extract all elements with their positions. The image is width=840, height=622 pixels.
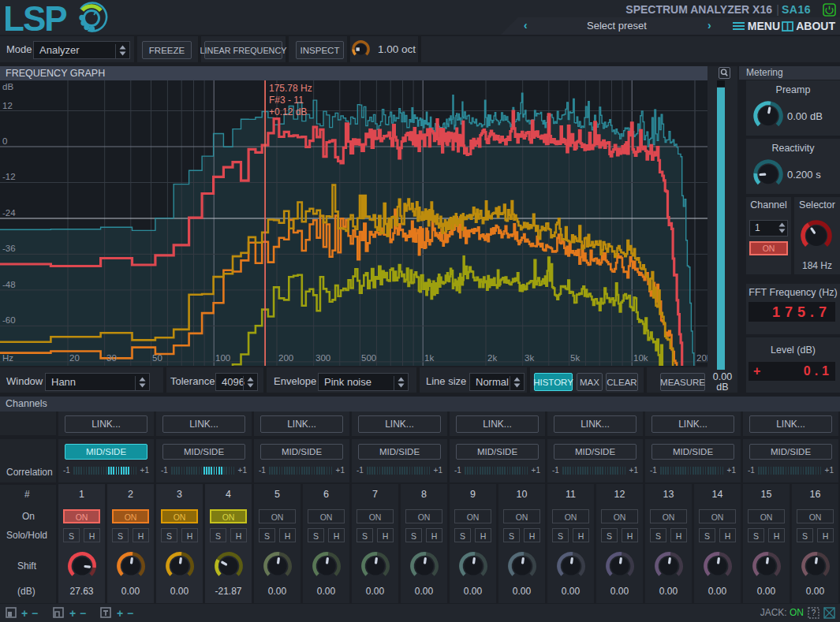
svg-text:-12: -12	[2, 172, 16, 181]
svg-text:Hz: Hz	[2, 353, 13, 363]
svg-text:-60: -60	[2, 315, 16, 325]
svg-text:300: 300	[315, 353, 330, 363]
svg-text:F#3 - 11: F#3 - 11	[269, 95, 304, 106]
svg-text:20k: 20k	[696, 353, 707, 363]
svg-text:-24: -24	[2, 208, 16, 218]
svg-text:30: 30	[106, 353, 117, 363]
svg-text:50: 50	[152, 353, 162, 363]
svg-text:?: ?	[812, 609, 816, 617]
svg-text:3k: 3k	[525, 353, 534, 363]
svg-text:+0.12 dB: +0.12 dB	[269, 106, 307, 117]
svg-text:2k: 2k	[487, 353, 497, 363]
svg-text:175.78 Hz: 175.78 Hz	[269, 83, 312, 94]
svg-text:-36: -36	[2, 244, 16, 253]
svg-text:12: 12	[2, 101, 13, 110]
svg-text:0: 0	[2, 136, 7, 146]
svg-text:500: 500	[361, 353, 376, 363]
svg-text:100: 100	[215, 353, 230, 363]
svg-text:-48: -48	[2, 280, 16, 289]
svg-text:5k: 5k	[570, 353, 580, 363]
svg-text:20: 20	[69, 353, 80, 363]
svg-text:10k: 10k	[633, 353, 648, 363]
svg-text:1k: 1k	[424, 353, 434, 363]
svg-text:200: 200	[278, 353, 293, 363]
svg-text:dB: dB	[2, 82, 13, 91]
